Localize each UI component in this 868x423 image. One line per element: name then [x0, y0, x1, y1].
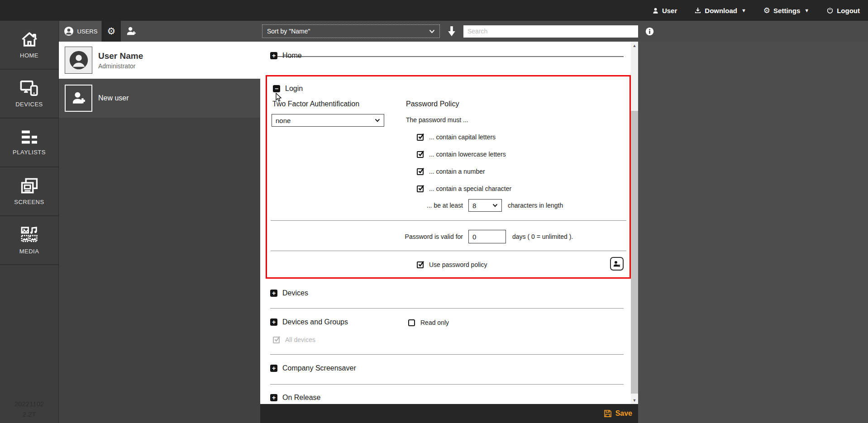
sidebar-item-label: MEDIA	[19, 248, 39, 255]
search-input[interactable]	[463, 25, 638, 38]
download-menu-button[interactable]: Download ▼	[694, 7, 746, 14]
remove-user-policy-button[interactable]	[610, 257, 624, 271]
length-suffix: characters in length	[508, 202, 563, 209]
section-divider	[270, 384, 624, 385]
tab-users[interactable]: USERS	[60, 21, 102, 42]
sidebar-item-screens[interactable]: SCREENS	[0, 167, 58, 216]
info-icon	[645, 27, 654, 36]
sidebar-item-media[interactable]: MEDIA	[0, 216, 58, 265]
chevron-down-icon	[429, 29, 435, 33]
avatar	[65, 47, 92, 74]
sidebar: HOME DEVICES PLAYLISTS SCREENS MEDIA 202…	[0, 21, 59, 423]
valid-suffix: days ( 0 = unlimited ).	[512, 233, 573, 240]
download-menu-label: Download	[705, 7, 737, 14]
rule-lowercase-letters: ... contain lowercase letters	[417, 151, 506, 158]
home-icon	[20, 31, 39, 48]
sort-select[interactable]: Sort by "Name"	[262, 24, 440, 38]
expand-company-screensaver-icon[interactable]	[270, 365, 277, 372]
password-policy-title: Password Policy	[406, 100, 459, 108]
version-date: 20221102	[0, 399, 58, 409]
apply-sort-button[interactable]	[446, 25, 457, 37]
gear-icon: ⚙	[763, 7, 770, 14]
user-name: User Name	[98, 51, 143, 61]
power-icon	[826, 7, 834, 14]
user-menu-label: User	[662, 7, 677, 14]
chevron-down-icon	[375, 119, 380, 122]
expand-home-icon[interactable]	[270, 52, 277, 59]
rule-special-character: ... contain a special character	[417, 185, 511, 192]
background-area	[638, 42, 868, 423]
info-button[interactable]	[645, 27, 654, 36]
sidebar-item-devices[interactable]: DEVICES	[0, 70, 58, 119]
save-icon	[603, 409, 612, 418]
section-on-release: On Release	[270, 394, 321, 402]
section-devices-groups: Devices and Groups	[270, 318, 348, 326]
tab-user-settings[interactable]: ⚙	[102, 21, 121, 42]
tfa-select-value: none	[276, 117, 375, 124]
main-toolbar: Sort by "Name"	[260, 21, 868, 42]
new-user-label: New user	[98, 94, 129, 102]
expand-devices-groups-icon[interactable]	[270, 318, 277, 326]
login-divider	[271, 251, 626, 251]
gear-icon: ⚙	[107, 27, 116, 36]
chevron-down-icon: ▼	[804, 8, 809, 13]
sidebar-item-playlists[interactable]: PLAYLISTS	[0, 119, 58, 167]
login-divider	[271, 220, 626, 221]
user-icon	[652, 7, 659, 14]
login-section-highlight: Login Two Factor Authentification none P…	[266, 75, 631, 279]
section-company-screensaver: Company Screensaver	[270, 364, 356, 372]
settings-menu-button[interactable]: ⚙ Settings ▼	[763, 7, 809, 14]
devices-icon	[19, 80, 39, 97]
password-policy-intro: The password must ...	[406, 116, 468, 124]
version-info: 20221102 2.2T	[0, 399, 58, 423]
save-button[interactable]: Save	[615, 409, 632, 418]
scroll-down-icon[interactable]: ▼	[631, 396, 638, 404]
user-list-item-selected[interactable]: User Name Administrator	[59, 42, 260, 79]
section-divider	[270, 354, 624, 355]
user-settings-content: Home Login Two Factor Authentification	[260, 42, 638, 404]
checkbox-checked[interactable]	[417, 185, 424, 192]
scroll-up-icon[interactable]: ▲	[631, 42, 638, 49]
valid-prefix: Password is valid for	[267, 233, 463, 240]
checkbox-checked[interactable]	[417, 134, 424, 141]
logout-button[interactable]: Logout	[826, 7, 860, 14]
new-user-button[interactable]: New user	[59, 79, 260, 118]
tab-users-label: USERS	[77, 28, 98, 35]
expand-devices-icon[interactable]	[270, 290, 277, 297]
scrollbar-thumb[interactable]	[631, 111, 638, 394]
checkbox-checked-disabled	[273, 337, 280, 343]
all-devices-row: All devices	[273, 336, 315, 343]
use-password-policy-row: Use password policy	[417, 261, 487, 268]
users-tab-bar: USERS ⚙	[59, 21, 260, 42]
section-home: Home	[270, 52, 302, 60]
expand-on-release-icon[interactable]	[270, 394, 277, 401]
section-devices-label: Devices	[282, 289, 308, 297]
rule-capital-letters: ... contain capital letters	[417, 133, 496, 141]
checkbox-unchecked[interactable]	[408, 319, 415, 326]
length-select[interactable]: 8	[468, 199, 502, 212]
checkbox-checked[interactable]	[417, 168, 424, 175]
sidebar-item-label: PLAYLISTS	[13, 149, 46, 156]
valid-days-input[interactable]	[468, 230, 506, 243]
sidebar-item-label: HOME	[20, 52, 38, 59]
scrollbar[interactable]: ▲ ▼	[631, 42, 638, 404]
tfa-select[interactable]: none	[272, 114, 384, 127]
length-select-value: 8	[472, 202, 492, 209]
top-bar: User Download ▼ ⚙ Settings ▼ Logout	[0, 0, 868, 21]
checkbox-checked[interactable]	[417, 261, 424, 268]
sidebar-item-home[interactable]: HOME	[0, 21, 58, 70]
checkbox-checked[interactable]	[417, 151, 424, 158]
collapse-login-icon[interactable]	[273, 85, 280, 92]
section-company-screensaver-label: Company Screensaver	[282, 364, 356, 372]
section-on-release-label: On Release	[282, 394, 321, 402]
users-panel: USERS ⚙ User Name Administrator	[59, 21, 260, 423]
user-x-icon	[613, 261, 621, 267]
user-circle-icon	[64, 26, 74, 36]
arrow-down-icon	[446, 25, 457, 37]
user-role: Administrator	[98, 62, 143, 70]
save-bar: Save	[260, 404, 638, 423]
add-user-button[interactable]	[121, 21, 142, 42]
user-menu-button[interactable]: User	[652, 7, 677, 14]
version-number: 2.2T	[0, 409, 58, 419]
sidebar-item-label: SCREENS	[14, 199, 44, 205]
